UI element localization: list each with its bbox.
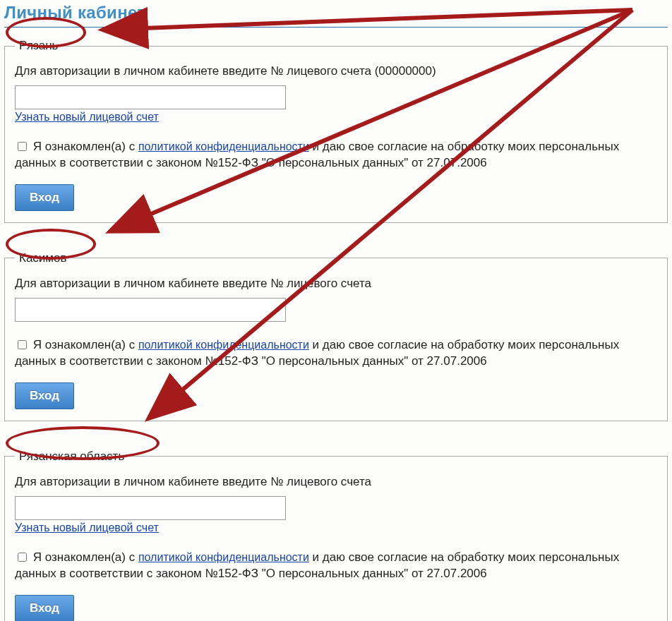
consent-block: Я ознакомлен(а) с политикой конфиденциал… <box>15 550 657 582</box>
consent-text-prefix: Я ознакомлен(а) с <box>33 338 138 351</box>
privacy-policy-link[interactable]: политикой конфиденциальности <box>138 339 309 351</box>
login-panel-kasimov: Касимов Для авторизации в личном кабинет… <box>4 251 668 421</box>
panel-instruction: Для авторизации в личном кабинете введит… <box>15 64 657 78</box>
account-input[interactable] <box>15 85 286 109</box>
panel-instruction: Для авторизации в личном кабинете введит… <box>15 475 657 489</box>
page-title: Личный кабинет <box>4 3 668 23</box>
consent-checkbox[interactable] <box>18 340 27 349</box>
privacy-policy-link[interactable]: политикой конфиденциальности <box>138 140 309 152</box>
account-input[interactable] <box>15 496 286 520</box>
privacy-policy-link[interactable]: политикой конфиденциальности <box>138 551 309 563</box>
find-account-link[interactable]: Узнать новый лицевой счет <box>15 111 159 123</box>
consent-checkbox[interactable] <box>18 142 27 151</box>
page-root: Личный кабинет Рязань Для авторизации в … <box>0 0 672 621</box>
title-bar: Личный кабинет <box>4 3 668 28</box>
consent-block: Я ознакомлен(а) с политикой конфиденциал… <box>15 139 657 171</box>
account-input[interactable] <box>15 298 286 322</box>
panel-legend: Рязанская область <box>15 450 128 464</box>
consent-text-prefix: Я ознакомлен(а) с <box>33 550 138 564</box>
panel-legend: Касимов <box>15 251 71 265</box>
consent-block: Я ознакомлен(а) с политикой конфиденциал… <box>15 337 657 370</box>
consent-checkbox[interactable] <box>18 553 27 562</box>
panel-legend: Рязань <box>15 39 62 53</box>
find-account-link[interactable]: Узнать новый лицевой счет <box>15 521 159 533</box>
login-button[interactable]: Вход <box>15 595 74 621</box>
panel-instruction: Для авторизации в личном кабинете введит… <box>15 277 657 291</box>
login-panel-ryazan: Рязань Для авторизации в личном кабинете… <box>4 39 668 223</box>
login-button[interactable]: Вход <box>15 184 74 211</box>
login-button[interactable]: Вход <box>15 382 74 409</box>
consent-text-prefix: Я ознакомлен(а) с <box>33 140 138 153</box>
login-panel-ryaz-oblast: Рязанская область Для авторизации в личн… <box>4 450 668 621</box>
